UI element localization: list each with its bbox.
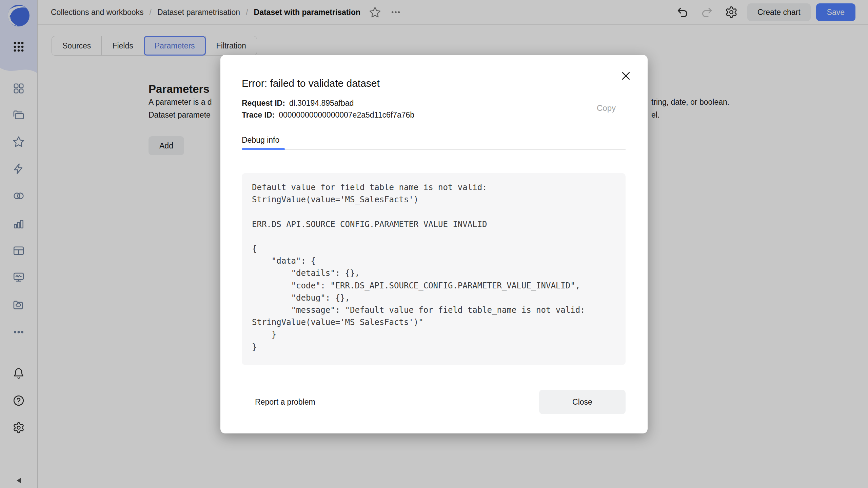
close-dialog-button[interactable]: Close: [539, 390, 626, 414]
error-meta: Request ID:dl.30194.895afbad Trace ID:00…: [242, 97, 414, 121]
tabs-hairline: [242, 149, 626, 150]
dialog-title: Error: failed to validate dataset: [242, 78, 380, 89]
close-icon: [620, 70, 632, 82]
active-tab-underline: [242, 148, 285, 150]
error-dialog: Error: failed to validate dataset Reques…: [220, 55, 648, 433]
trace-id-label: Trace ID:: [242, 110, 275, 119]
debug-output-text: Default value for field table_name is no…: [252, 181, 615, 353]
dialog-close-button[interactable]: [620, 70, 632, 82]
trace-id-row: Trace ID:00000000000000007e2a5d11c6f7a76…: [242, 109, 414, 121]
copy-button[interactable]: Copy: [595, 103, 618, 113]
report-problem-link[interactable]: Report a problem: [253, 397, 317, 407]
trace-id-value: 00000000000000007e2a5d11c6f7a76b: [279, 110, 414, 119]
request-id-label: Request ID:: [242, 99, 285, 107]
tab-debug-info[interactable]: Debug info: [242, 136, 279, 145]
debug-output-panel: Default value for field table_name is no…: [242, 173, 626, 365]
request-id-value: dl.30194.895afbad: [289, 99, 354, 107]
request-id-row: Request ID:dl.30194.895afbad: [242, 97, 414, 109]
